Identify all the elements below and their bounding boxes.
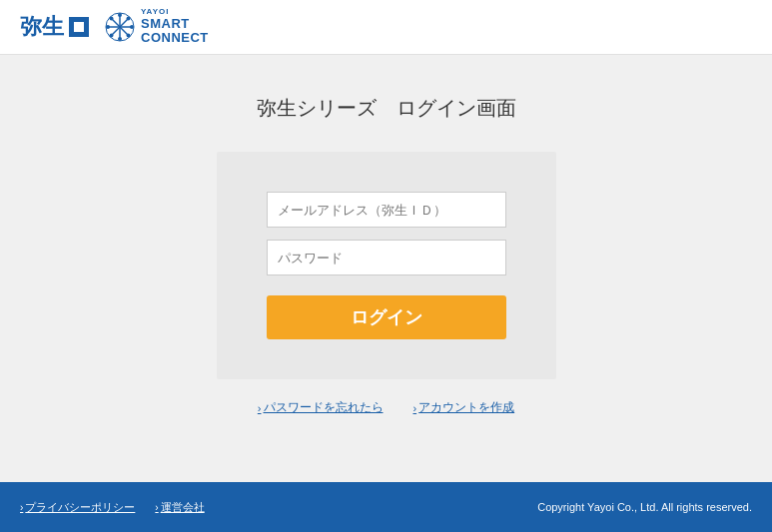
- page-title: 弥生シリーズ ログイン画面: [257, 95, 516, 122]
- yayoi-brand-text: 弥生: [20, 12, 64, 42]
- create-account-label: アカウントを作成: [418, 399, 514, 416]
- footer: › プライバシーポリシー › 運営会社 Copyright Yayoi Co.,…: [0, 482, 772, 532]
- privacy-policy-arrow: ›: [20, 502, 23, 513]
- operating-company-arrow: ›: [155, 502, 158, 513]
- footer-copyright: Copyright Yayoi Co., Ltd. All rights res…: [537, 501, 752, 513]
- sc-smart-label: SMART: [141, 17, 209, 31]
- operating-company-label: 運営会社: [161, 500, 205, 515]
- login-form-container: ログイン: [217, 152, 556, 379]
- password-input[interactable]: [267, 240, 506, 275]
- svg-point-6: [118, 37, 122, 41]
- smart-connect-logo: YAYOI SMART CONNECT: [105, 8, 209, 45]
- operating-company-link[interactable]: › 運営会社: [155, 500, 204, 515]
- yayoi-box-inner: [74, 22, 84, 32]
- sc-connect-label: CONNECT: [141, 31, 209, 45]
- svg-point-8: [130, 25, 134, 29]
- smart-connect-text: YAYOI SMART CONNECT: [141, 8, 209, 45]
- create-account-arrow: ›: [413, 402, 417, 414]
- yayoi-brand-box: [69, 17, 89, 37]
- svg-point-10: [127, 33, 131, 37]
- yayoi-logo: 弥生: [20, 12, 89, 42]
- svg-point-7: [106, 25, 110, 29]
- svg-point-11: [127, 16, 131, 20]
- svg-point-12: [110, 33, 114, 37]
- smart-connect-icon: [105, 12, 135, 42]
- forgot-password-arrow: ›: [258, 402, 262, 414]
- main-content: 弥生シリーズ ログイン画面 ログイン › パスワードを忘れたら › アカウントを…: [0, 55, 772, 482]
- privacy-policy-link[interactable]: › プライバシーポリシー: [20, 500, 135, 515]
- email-input[interactable]: [267, 192, 506, 228]
- svg-point-5: [118, 13, 122, 17]
- footer-links: › プライバシーポリシー › 運営会社: [20, 500, 205, 515]
- create-account-link[interactable]: › アカウントを作成: [413, 399, 515, 416]
- forgot-password-link[interactable]: › パスワードを忘れたら: [258, 399, 384, 416]
- privacy-policy-label: プライバシーポリシー: [25, 500, 135, 515]
- links-area: › パスワードを忘れたら › アカウントを作成: [258, 399, 514, 416]
- login-button[interactable]: ログイン: [267, 295, 506, 339]
- forgot-password-label: パスワードを忘れたら: [264, 399, 384, 416]
- header: 弥生 YAYOI SMART CONNECT: [0, 0, 772, 55]
- svg-point-9: [110, 16, 114, 20]
